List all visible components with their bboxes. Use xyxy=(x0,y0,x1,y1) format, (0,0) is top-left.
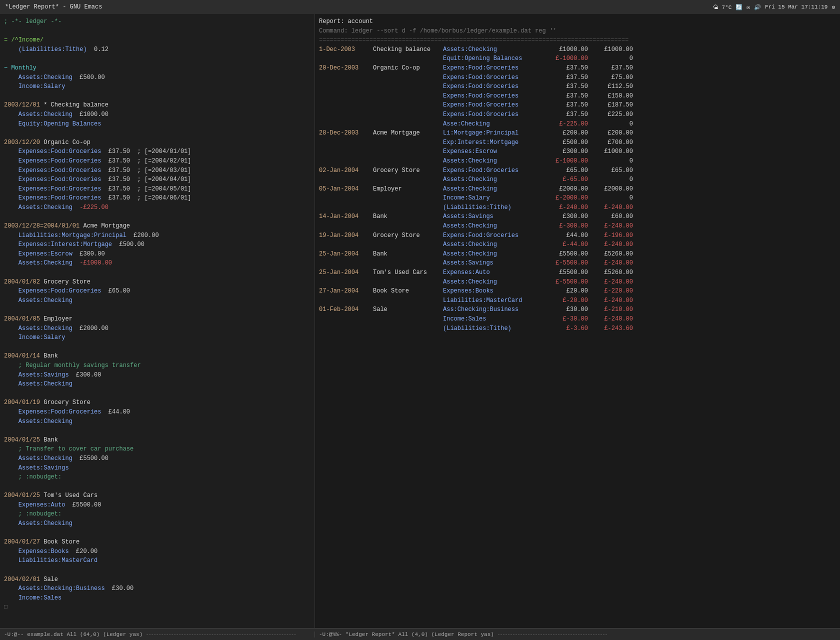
left-line-55 xyxy=(4,528,310,538)
left-line-42: Expenses:Food:Groceries £44.00 xyxy=(4,408,310,417)
left-mode-line: -U:@-- example.dat All (64,0) (Ledger ya… xyxy=(4,632,142,638)
left-line-9: 2003/12/01 * Checking balance xyxy=(4,100,310,110)
report-row: 01-Feb-2004SaleAss:Checking:Business£30.… xyxy=(319,305,836,314)
left-line-10: Assets:Checking £1000.00 xyxy=(4,110,310,120)
left-editor-pane[interactable]: ; -*- ledger -*- = /^Income/ (Liabilitie… xyxy=(0,14,315,628)
left-line-48: Assets:Savings xyxy=(4,464,310,473)
left-line-39: Assets:Checking xyxy=(4,380,310,389)
report-row: Assets:Checking£-5500.00£-240.00 xyxy=(319,278,836,287)
left-line-43: Assets:Checking xyxy=(4,417,310,426)
left-line-8 xyxy=(4,92,310,101)
left-line-62: Income:Sales xyxy=(4,594,310,603)
left-line-29: Expenses:Food:Groceries £65.00 xyxy=(4,286,310,296)
status-right: -U:@%%- *Ledger Report* All (4,0) (Ledge… xyxy=(315,632,840,638)
left-line-20: Assets:Checking -£225.00 xyxy=(4,203,310,212)
left-line-6: Assets:Checking £500.00 xyxy=(4,73,310,82)
left-line-18: Expenses:Food:Groceries £37.50 ; [=2004/… xyxy=(4,184,310,194)
left-line-56: 2004/01/27 Book Store xyxy=(4,538,310,547)
right-mode-dashes: ----------------------------------------… xyxy=(497,632,607,638)
report-row: Liabilities:MasterCard£-20.00£-240.00 xyxy=(319,296,836,306)
left-line-7: Income:Salary xyxy=(4,82,310,92)
left-line-50 xyxy=(4,482,310,492)
report-row: Expens:Food:Groceries£37.50£187.50 xyxy=(319,100,836,110)
report-row: 27-Jan-2004Book StoreExpenses:Books£20.0… xyxy=(319,286,836,296)
report-row: 1-Dec-2003Checking balanceAssets:Checkin… xyxy=(319,45,836,54)
report-row: Assets:Savings£-5500.00£-240.00 xyxy=(319,258,836,268)
status-bar: -U:@-- example.dat All (64,0) (Ledger ya… xyxy=(0,628,840,640)
report-row: Expens:Food:Groceries£37.50£75.00 xyxy=(319,73,836,82)
left-line-53: ; :nobudget: xyxy=(4,510,310,519)
report-row: (Liabilities:Tithe)£-240.00£-240.00 xyxy=(319,203,836,212)
report-command: Command: ledger --sort d -f /home/borbus… xyxy=(319,26,836,36)
left-line-15: Expenses:Food:Groceries £37.50 ; [=2004/… xyxy=(4,156,310,166)
left-line-24: Expenses:Interest:Mortgage £500.00 xyxy=(4,240,310,250)
email-icon[interactable]: ✉ xyxy=(746,4,750,10)
report-row: 14-Jan-2004BankAssets:Savings£300.00£60.… xyxy=(319,212,836,222)
left-line-35 xyxy=(4,342,310,352)
left-line-23: Liabilities:Mortgage:Principal £200.00 xyxy=(4,231,310,240)
left-line-3: (Liabilities:Tithe) 0.12 xyxy=(4,45,310,54)
left-line-22: 2003/12/28=2004/01/01 Acme Mortgage xyxy=(4,222,310,231)
left-line-51: 2004/01/25 Tom's Used Cars xyxy=(4,491,310,500)
left-line-21 xyxy=(4,212,310,222)
left-line-41: 2004/01/19 Grocery Store xyxy=(4,398,310,408)
report-row: 28-Dec-2003Acme MortgageLi:Mortgage:Prin… xyxy=(319,128,836,138)
left-line-59 xyxy=(4,566,310,575)
left-line-47: Assets:Checking £5500.00 xyxy=(4,454,310,464)
left-line-44 xyxy=(4,426,310,436)
report-row: Expens:Food:Groceries£37.50£112.50 xyxy=(319,82,836,92)
left-line-5: ~ Monthly xyxy=(4,64,310,73)
left-line-2: = /^Income/ xyxy=(4,36,310,45)
left-line-11: Equity:Opening Balances xyxy=(4,120,310,129)
left-line-49: ; :nobudget: xyxy=(4,472,310,482)
left-line-12 xyxy=(4,128,310,138)
status-left: -U:@-- example.dat All (64,0) (Ledger ya… xyxy=(0,632,315,638)
left-line-45: 2004/01/25 Bank xyxy=(4,436,310,445)
report-row: 02-Jan-2004Grocery StoreExpens:Food:Groc… xyxy=(319,166,836,176)
left-line-54: Assets:Checking xyxy=(4,519,310,528)
left-line-30: Assets:Checking xyxy=(4,296,310,306)
report-row: Assets:Checking£-300.00£-240.00 xyxy=(319,222,836,231)
left-line-31 xyxy=(4,305,310,314)
left-line-46: ; Transfer to cover car purchase xyxy=(4,444,310,454)
report-row: Assets:Checking£-65.000 xyxy=(319,175,836,184)
left-line-34: Income:Salary xyxy=(4,333,310,342)
left-line-57: Expenses:Books £20.00 xyxy=(4,547,310,556)
left-line-52: Expenses:Auto £5500.00 xyxy=(4,500,310,510)
report-row: Expenses:Escrow£300.00£1000.00 xyxy=(319,147,836,156)
left-line-58: Liabilities:MasterCard xyxy=(4,556,310,566)
report-row: Income:Sales£-30.00£-240.00 xyxy=(319,314,836,324)
report-row: 25-Jan-2004BankAssets:Checking£5500.00£5… xyxy=(319,250,836,259)
left-line-28: 2004/01/02 Grocery Store xyxy=(4,278,310,287)
left-line-1 xyxy=(4,26,310,36)
left-line-25: Expenses:Escrow £300.00 xyxy=(4,250,310,259)
left-line-37: ; Regular monthly savings transfer xyxy=(4,361,310,370)
left-line-63: □ xyxy=(4,602,310,612)
left-line-36: 2004/01/14 Bank xyxy=(4,352,310,361)
report-row: Income:Salary£-2000.000 xyxy=(319,194,836,203)
left-line-19: Expenses:Food:Groceries £37.50 ; [=2004/… xyxy=(4,194,310,203)
refresh-icon[interactable]: 🔄 xyxy=(736,4,742,10)
left-line-13: 2003/12/20 Organic Co-op xyxy=(4,138,310,148)
left-line-17: Expenses:Food:Groceries £37.50 ; [=2004/… xyxy=(4,175,310,184)
left-line-38: Assets:Savings £300.00 xyxy=(4,370,310,380)
weather-widget: 🌤 7°C xyxy=(713,4,732,10)
right-report-pane[interactable]: Report: accountCommand: ledger --sort d … xyxy=(315,14,840,628)
report-row: Expens:Food:Groceries£37.50£150.00 xyxy=(319,92,836,101)
left-line-27 xyxy=(4,268,310,278)
left-mode-dashes: ----------------------------------------… xyxy=(146,632,296,638)
report-row: 05-Jan-2004EmployerAssets:Checking£2000.… xyxy=(319,184,836,194)
report-row: (Liabilities:Tithe)£-3.60£-243.60 xyxy=(319,324,836,334)
report-row: Equit:Opening Balances£-1000.000 xyxy=(319,54,836,64)
left-line-60: 2004/02/01 Sale xyxy=(4,575,310,584)
report-row: 20-Dec-2003Organic Co-opExpens:Food:Groc… xyxy=(319,64,836,73)
report-separator: ========================================… xyxy=(319,36,836,45)
title-bar: *Ledger Report* - GNU Emacs 🌤 7°C 🔄 ✉ 🔊 … xyxy=(0,0,840,14)
report-row: Expens:Food:Groceries£37.50£225.00 xyxy=(319,110,836,120)
report-header: Report: account xyxy=(319,17,836,26)
network-icon: 🔊 xyxy=(754,4,761,10)
report-row: 25-Jan-2004Tom's Used CarsExpenses:Auto£… xyxy=(319,268,836,278)
settings-icon[interactable]: ⚙ xyxy=(832,4,835,10)
report-row: Assets:Checking£-1000.000 xyxy=(319,156,836,166)
left-line-14: Expenses:Food:Groceries £37.50 ; [=2004/… xyxy=(4,147,310,156)
